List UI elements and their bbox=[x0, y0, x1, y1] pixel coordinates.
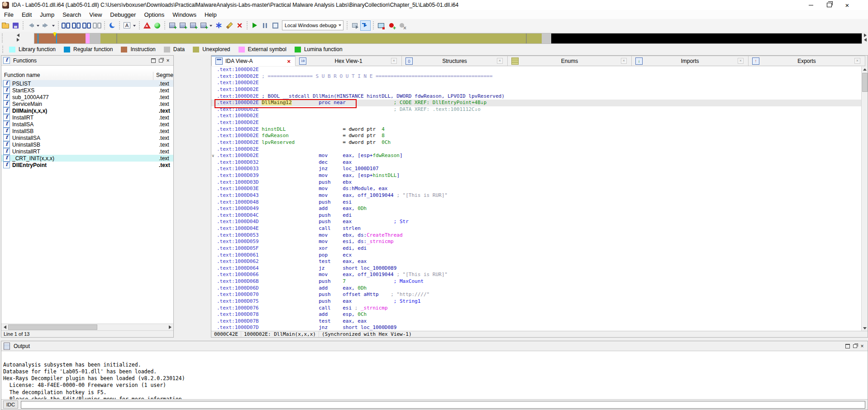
functions-close-button[interactable]: × bbox=[164, 57, 172, 64]
attach-icon[interactable] bbox=[350, 21, 359, 30]
function-row[interactable]: fUninstallSB.text bbox=[1, 141, 173, 148]
function-row[interactable]: fsub_1000A477.text bbox=[1, 94, 173, 100]
collapse-arrow-icon[interactable]: ∨ bbox=[212, 153, 214, 159]
functions-float-button[interactable] bbox=[157, 57, 164, 64]
function-row[interactable]: fUninstallRT.text bbox=[1, 148, 173, 155]
tab-close-icon[interactable]: × bbox=[391, 58, 397, 64]
functions-horizontal-scrollbar[interactable] bbox=[1, 324, 173, 330]
column-function-name[interactable]: Function name bbox=[1, 72, 153, 80]
disasm-line[interactable]: .text:1000D064 jz short loc_1000D089 bbox=[217, 265, 868, 272]
function-row[interactable]: fInstallRT.text bbox=[1, 114, 173, 121]
disasm-line[interactable]: .text:1000D07D jnz short loc_1000D089 bbox=[217, 324, 868, 331]
disasm-line[interactable]: .text:1000D02E ; DATA XREF: .text:100111… bbox=[217, 106, 868, 113]
warning-a-icon[interactable] bbox=[142, 21, 152, 30]
disasm-line[interactable]: .text:1000D02E hinstDLL = dword ptr 4 bbox=[217, 126, 868, 133]
disasm-line[interactable]: .text:1000D03D push ebx bbox=[217, 179, 868, 186]
menu-edit[interactable]: Edit bbox=[18, 10, 36, 19]
output-close-button[interactable]: × bbox=[858, 343, 866, 349]
disasm-line[interactable]: .text:1000D075 push eax ; String1 bbox=[217, 298, 868, 305]
disasm-line[interactable]: .text:1000D05F xor edi, edi bbox=[217, 245, 868, 252]
binoculars-seq-icon[interactable] bbox=[82, 21, 91, 30]
dropdown-caret-icon[interactable] bbox=[132, 21, 137, 30]
disasm-line[interactable]: .text:1000D02E lpvReserved = dword ptr 0… bbox=[217, 139, 868, 146]
dropdown-caret-icon[interactable] bbox=[51, 21, 56, 30]
functions-panel-titlebar[interactable]: f Functions × bbox=[1, 56, 173, 66]
disasm-line[interactable]: .text:1000D02E ; BOOL __stdcall DllMain(… bbox=[217, 93, 868, 100]
disasm-line[interactable]: .text:1000D032 dec eax bbox=[217, 159, 868, 166]
binoculars-icon[interactable] bbox=[61, 21, 71, 30]
disasm-line[interactable]: .text:1000D04E call strlen bbox=[217, 225, 868, 232]
disasm-line[interactable]: .text:1000D043 mov eax, off_10019044 ; "… bbox=[217, 192, 868, 199]
scrollbar-track[interactable] bbox=[97, 324, 167, 330]
output-panel-titlebar[interactable]: Output × bbox=[1, 341, 868, 351]
functions-table-header[interactable]: Function name Segme bbox=[1, 68, 173, 81]
disasm-line[interactable]: .text:1000D053 mov ebx, ds:CreateThread bbox=[217, 232, 868, 239]
disasm-line[interactable]: .text:1000D066 mov eax, off_10019044 ; "… bbox=[217, 272, 868, 278]
minimize-button[interactable] bbox=[802, 0, 820, 10]
disasm-line[interactable]: .text:1000D06D add eax, 0Dh bbox=[217, 285, 868, 292]
breakpoint-add-icon[interactable] bbox=[386, 21, 396, 30]
menu-file[interactable]: File bbox=[0, 10, 18, 19]
struct-add-icon[interactable] bbox=[199, 21, 208, 30]
disassembly-vertical-scrollbar[interactable] bbox=[861, 67, 868, 331]
dropdown-caret-icon[interactable] bbox=[36, 21, 40, 30]
menu-search[interactable]: Search bbox=[58, 10, 85, 19]
tab-enums[interactable]: Enums× bbox=[508, 56, 632, 66]
func-add-icon[interactable] bbox=[167, 21, 177, 30]
functions-maximize-button[interactable] bbox=[150, 57, 157, 64]
disasm-line[interactable]: .text:1000D02E bbox=[217, 119, 868, 126]
disasm-line[interactable]: .text:1000D049 add eax, 0Dh bbox=[217, 205, 868, 212]
data-add-icon[interactable] bbox=[188, 21, 198, 30]
pause-icon[interactable] bbox=[260, 21, 270, 30]
disasm-line[interactable]: .text:1000D04C push edi bbox=[217, 212, 868, 219]
output-maximize-button[interactable] bbox=[844, 343, 851, 349]
tab-close-icon[interactable]: × bbox=[621, 58, 627, 64]
disasm-line[interactable]: .text:1000D07B test eax, eax bbox=[217, 318, 868, 325]
breakpoint-del-icon[interactable] bbox=[397, 21, 406, 30]
cli-language-button[interactable]: IDC bbox=[3, 400, 18, 409]
disassembly-view[interactable]: .text:1000D02E.text:1000D02E ; =========… bbox=[211, 67, 868, 331]
function-row[interactable]: fStartEXS.text bbox=[1, 87, 173, 94]
disasm-line[interactable]: .text:1000D02E fdwReason = dword ptr 8 bbox=[217, 133, 868, 139]
scroll-left-arrow[interactable] bbox=[1, 324, 8, 330]
navband-right-arrow2[interactable] bbox=[863, 33, 868, 38]
forward-icon[interactable] bbox=[41, 21, 51, 30]
disasm-line[interactable]: .text:1000D04D push eax ; Str bbox=[217, 219, 868, 225]
scrollbar-thumb[interactable] bbox=[8, 324, 97, 330]
function-row[interactable]: fDllEntryPoint.text bbox=[1, 162, 173, 168]
tab-close-icon[interactable]: × bbox=[854, 58, 860, 64]
disasm-line[interactable]: .text:1000D059 mov esi, ds:_strnicmp bbox=[217, 238, 868, 245]
disasm-line[interactable]: .text:1000D06B push 7 ; MaxCount bbox=[217, 278, 868, 285]
menu-debugger[interactable]: Debugger bbox=[106, 10, 140, 19]
function-row[interactable]: fPSLIST.text bbox=[1, 80, 173, 87]
menu-help[interactable]: Help bbox=[200, 10, 221, 19]
disasm-line[interactable]: .text:1000D03E mov ds:hModule, eax bbox=[217, 186, 868, 192]
function-row[interactable]: fServiceMain.text bbox=[1, 100, 173, 107]
scroll-right-arrow[interactable] bbox=[167, 324, 173, 330]
disasm-line[interactable]: .text:1000D048 push esi bbox=[217, 199, 868, 206]
disasm-line[interactable]: .text:1000D02E bbox=[217, 80, 868, 86]
disasm-line[interactable]: .text:1000D076 call esi ; _strnicmp bbox=[217, 305, 868, 312]
tab-structures[interactable]: Structures× bbox=[402, 56, 508, 66]
lumina-sphere-icon[interactable] bbox=[153, 21, 162, 30]
disasm-line[interactable]: .text:1000D062 test eax, eax bbox=[217, 258, 868, 265]
cli-input[interactable] bbox=[21, 401, 865, 409]
run-icon[interactable] bbox=[250, 21, 259, 30]
edit-icon[interactable] bbox=[224, 21, 234, 30]
function-row[interactable]: fInstallSA.text bbox=[1, 121, 173, 128]
tab-close-icon[interactable]: × bbox=[287, 58, 291, 64]
disasm-line[interactable]: .text:1000D02E bbox=[217, 67, 868, 73]
stop-icon[interactable] bbox=[271, 21, 280, 30]
tab-close-icon[interactable]: × bbox=[738, 58, 744, 64]
restore-button[interactable] bbox=[820, 0, 838, 10]
tab-ida-view-a[interactable]: IDA View-A× bbox=[211, 56, 296, 66]
disasm-line[interactable]: .text:1000D033 jnz loc_1000D107 bbox=[217, 166, 868, 172]
debugger-select[interactable]: Local Windows debugger bbox=[282, 20, 343, 30]
func-edit-icon[interactable] bbox=[178, 21, 187, 30]
crescent-icon[interactable] bbox=[107, 21, 117, 30]
disasm-line[interactable]: .text:1000D078 add esp, 0Ch bbox=[217, 311, 868, 318]
disasm-line[interactable]: .text:1000D02E DllMain@12 proc near ; CO… bbox=[211, 100, 868, 106]
tab-exports[interactable]: Exports× bbox=[749, 56, 865, 66]
disasm-line[interactable]: .text:1000D070 push offset aHttp ; "http… bbox=[217, 291, 868, 298]
tab-imports[interactable]: Imports× bbox=[632, 56, 749, 66]
